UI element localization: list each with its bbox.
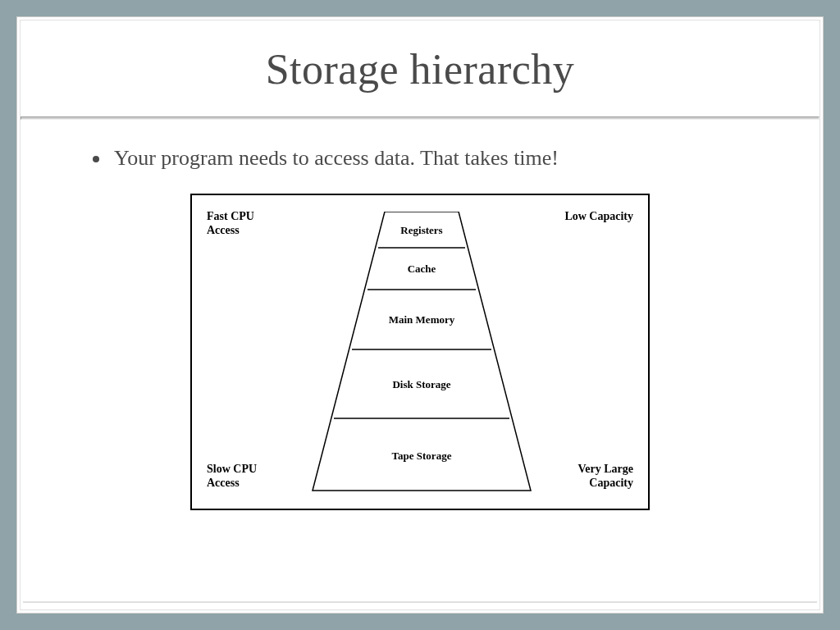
corner-label-bottom-right: Very LargeCapacity <box>578 463 633 491</box>
slide-outer-frame: Storage hierarchy Your program needs to … <box>16 16 824 614</box>
pyramid-level-disk-storage: Disk Storage <box>303 378 541 391</box>
corner-label-top-left: Fast CPUAccess <box>207 210 254 238</box>
bullet-list: Your program needs to access data. That … <box>70 146 770 171</box>
slide-title: Storage hierarchy <box>21 45 819 94</box>
bullet-item: Your program needs to access data. That … <box>111 146 770 171</box>
slide-inner-frame: Storage hierarchy Your program needs to … <box>20 20 820 610</box>
pyramid-level-cache: Cache <box>303 262 541 276</box>
title-block: Storage hierarchy <box>21 21 819 116</box>
pyramid-level-tape-storage: Tape Storage <box>303 450 541 463</box>
footer-line <box>23 601 817 603</box>
corner-label-bottom-left: Slow CPUAccess <box>207 463 257 491</box>
storage-hierarchy-figure: Fast CPUAccess Low Capacity Slow CPUAcce… <box>190 194 650 510</box>
pyramid-level-registers: Registers <box>303 224 541 237</box>
svg-marker-0 <box>313 212 531 491</box>
figure-container: Fast CPUAccess Low Capacity Slow CPUAcce… <box>70 194 770 510</box>
corner-label-top-right: Low Capacity <box>564 210 633 224</box>
pyramid-shape: Registers Cache Main Memory Disk Storage… <box>303 212 541 499</box>
pyramid-level-main-memory: Main Memory <box>303 313 541 326</box>
content-area: Your program needs to access data. That … <box>21 120 819 510</box>
